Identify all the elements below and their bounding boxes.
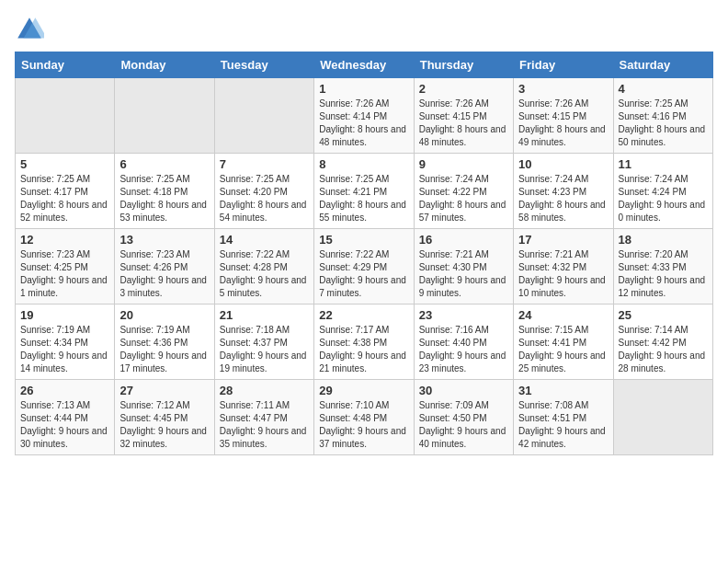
day-info: Sunrise: 7:25 AM Sunset: 4:18 PM Dayligh… xyxy=(119,173,209,224)
day-info: Sunrise: 7:21 AM Sunset: 4:32 PM Dayligh… xyxy=(518,248,608,300)
day-number: 7 xyxy=(220,157,309,171)
calendar-day-cell: 13Sunrise: 7:23 AM Sunset: 4:26 PM Dayli… xyxy=(115,229,214,304)
weekday-header: Sunday xyxy=(16,52,115,78)
day-info: Sunrise: 7:23 AM Sunset: 4:26 PM Dayligh… xyxy=(119,248,209,300)
calendar-day-cell: 12Sunrise: 7:23 AM Sunset: 4:25 PM Dayli… xyxy=(16,229,115,304)
logo-icon xyxy=(15,15,44,44)
day-number: 17 xyxy=(518,233,608,247)
day-info: Sunrise: 7:15 AM Sunset: 4:41 PM Dayligh… xyxy=(518,324,608,375)
weekday-header: Monday xyxy=(115,52,214,78)
calendar-table: SundayMondayTuesdayWednesdayThursdayFrid… xyxy=(15,52,713,455)
day-number: 30 xyxy=(419,384,508,397)
calendar-day-cell xyxy=(613,380,712,455)
calendar-day-cell: 5Sunrise: 7:25 AM Sunset: 4:17 PM Daylig… xyxy=(16,154,115,229)
day-info: Sunrise: 7:12 AM Sunset: 4:45 PM Dayligh… xyxy=(119,399,209,451)
weekday-header: Wednesday xyxy=(314,52,414,78)
calendar-day-cell: 31Sunrise: 7:08 AM Sunset: 4:51 PM Dayli… xyxy=(514,380,613,455)
day-info: Sunrise: 7:13 AM Sunset: 4:44 PM Dayligh… xyxy=(20,399,109,451)
calendar-day-cell: 11Sunrise: 7:24 AM Sunset: 4:24 PM Dayli… xyxy=(613,154,712,229)
day-info: Sunrise: 7:21 AM Sunset: 4:30 PM Dayligh… xyxy=(419,248,508,300)
calendar-day-cell: 24Sunrise: 7:15 AM Sunset: 4:41 PM Dayli… xyxy=(514,304,613,380)
day-number: 23 xyxy=(419,308,508,322)
calendar-day-cell: 14Sunrise: 7:22 AM Sunset: 4:28 PM Dayli… xyxy=(214,229,313,304)
calendar-day-cell: 1Sunrise: 7:26 AM Sunset: 4:14 PM Daylig… xyxy=(314,78,414,154)
day-number: 4 xyxy=(619,82,708,96)
day-number: 31 xyxy=(518,384,608,397)
day-number: 2 xyxy=(419,82,508,96)
day-info: Sunrise: 7:24 AM Sunset: 4:24 PM Dayligh… xyxy=(619,173,708,224)
day-info: Sunrise: 7:14 AM Sunset: 4:42 PM Dayligh… xyxy=(619,324,708,375)
day-number: 5 xyxy=(20,157,109,171)
calendar-day-cell: 9Sunrise: 7:24 AM Sunset: 4:22 PM Daylig… xyxy=(414,154,513,229)
day-number: 26 xyxy=(20,384,109,397)
day-number: 6 xyxy=(119,157,209,171)
day-info: Sunrise: 7:22 AM Sunset: 4:29 PM Dayligh… xyxy=(319,248,408,300)
calendar-day-cell: 18Sunrise: 7:20 AM Sunset: 4:33 PM Dayli… xyxy=(613,229,712,304)
day-number: 12 xyxy=(20,233,109,247)
calendar-day-cell: 23Sunrise: 7:16 AM Sunset: 4:40 PM Dayli… xyxy=(414,304,513,380)
day-info: Sunrise: 7:24 AM Sunset: 4:23 PM Dayligh… xyxy=(518,173,608,224)
day-number: 25 xyxy=(619,308,708,322)
calendar-week-row: 12Sunrise: 7:23 AM Sunset: 4:25 PM Dayli… xyxy=(16,229,713,304)
day-number: 24 xyxy=(518,308,608,322)
day-number: 14 xyxy=(220,233,309,247)
day-info: Sunrise: 7:19 AM Sunset: 4:36 PM Dayligh… xyxy=(119,324,209,375)
calendar-week-row: 5Sunrise: 7:25 AM Sunset: 4:17 PM Daylig… xyxy=(16,154,713,229)
day-number: 29 xyxy=(319,384,408,397)
calendar-day-cell: 21Sunrise: 7:18 AM Sunset: 4:37 PM Dayli… xyxy=(214,304,313,380)
day-info: Sunrise: 7:17 AM Sunset: 4:38 PM Dayligh… xyxy=(319,324,408,375)
day-number: 8 xyxy=(319,157,408,171)
calendar-day-cell: 2Sunrise: 7:26 AM Sunset: 4:15 PM Daylig… xyxy=(414,78,513,154)
day-info: Sunrise: 7:19 AM Sunset: 4:34 PM Dayligh… xyxy=(20,324,109,375)
day-number: 18 xyxy=(619,233,708,247)
calendar-day-cell: 3Sunrise: 7:26 AM Sunset: 4:15 PM Daylig… xyxy=(514,78,613,154)
day-info: Sunrise: 7:25 AM Sunset: 4:16 PM Dayligh… xyxy=(619,98,708,149)
day-info: Sunrise: 7:22 AM Sunset: 4:28 PM Dayligh… xyxy=(220,248,309,300)
day-number: 22 xyxy=(319,308,408,322)
page-header xyxy=(15,15,713,44)
day-number: 21 xyxy=(220,308,309,322)
day-number: 11 xyxy=(619,157,708,171)
day-number: 27 xyxy=(119,384,209,397)
day-number: 28 xyxy=(220,384,309,397)
day-info: Sunrise: 7:26 AM Sunset: 4:15 PM Dayligh… xyxy=(419,98,508,149)
day-number: 16 xyxy=(419,233,508,247)
calendar-day-cell: 16Sunrise: 7:21 AM Sunset: 4:30 PM Dayli… xyxy=(414,229,513,304)
calendar-day-cell: 27Sunrise: 7:12 AM Sunset: 4:45 PM Dayli… xyxy=(115,380,214,455)
calendar-day-cell: 4Sunrise: 7:25 AM Sunset: 4:16 PM Daylig… xyxy=(613,78,712,154)
day-number: 3 xyxy=(518,82,608,96)
weekday-header: Friday xyxy=(514,52,613,78)
calendar-day-cell xyxy=(16,78,115,154)
day-info: Sunrise: 7:24 AM Sunset: 4:22 PM Dayligh… xyxy=(419,173,508,224)
day-number: 1 xyxy=(319,82,408,96)
day-info: Sunrise: 7:10 AM Sunset: 4:48 PM Dayligh… xyxy=(319,399,408,451)
day-info: Sunrise: 7:25 AM Sunset: 4:21 PM Dayligh… xyxy=(319,173,408,224)
day-info: Sunrise: 7:26 AM Sunset: 4:14 PM Dayligh… xyxy=(319,98,408,149)
calendar-day-cell: 7Sunrise: 7:25 AM Sunset: 4:20 PM Daylig… xyxy=(214,154,313,229)
calendar-week-row: 26Sunrise: 7:13 AM Sunset: 4:44 PM Dayli… xyxy=(16,380,713,455)
calendar-week-row: 19Sunrise: 7:19 AM Sunset: 4:34 PM Dayli… xyxy=(16,304,713,380)
logo xyxy=(15,15,48,44)
calendar-day-cell: 17Sunrise: 7:21 AM Sunset: 4:32 PM Dayli… xyxy=(514,229,613,304)
calendar-day-cell: 22Sunrise: 7:17 AM Sunset: 4:38 PM Dayli… xyxy=(314,304,414,380)
calendar-day-cell: 28Sunrise: 7:11 AM Sunset: 4:47 PM Dayli… xyxy=(214,380,313,455)
day-number: 19 xyxy=(20,308,109,322)
weekday-header: Saturday xyxy=(613,52,712,78)
calendar-header-row: SundayMondayTuesdayWednesdayThursdayFrid… xyxy=(16,52,713,78)
day-info: Sunrise: 7:26 AM Sunset: 4:15 PM Dayligh… xyxy=(518,98,608,149)
weekday-header: Tuesday xyxy=(214,52,313,78)
day-info: Sunrise: 7:25 AM Sunset: 4:20 PM Dayligh… xyxy=(220,173,309,224)
day-info: Sunrise: 7:25 AM Sunset: 4:17 PM Dayligh… xyxy=(20,173,109,224)
day-info: Sunrise: 7:23 AM Sunset: 4:25 PM Dayligh… xyxy=(20,248,109,300)
calendar-day-cell: 26Sunrise: 7:13 AM Sunset: 4:44 PM Dayli… xyxy=(16,380,115,455)
day-number: 9 xyxy=(419,157,508,171)
calendar-day-cell: 8Sunrise: 7:25 AM Sunset: 4:21 PM Daylig… xyxy=(314,154,414,229)
day-info: Sunrise: 7:18 AM Sunset: 4:37 PM Dayligh… xyxy=(220,324,309,375)
day-number: 20 xyxy=(119,308,209,322)
day-number: 10 xyxy=(518,157,608,171)
calendar-day-cell: 29Sunrise: 7:10 AM Sunset: 4:48 PM Dayli… xyxy=(314,380,414,455)
calendar-day-cell xyxy=(214,78,313,154)
calendar-day-cell: 6Sunrise: 7:25 AM Sunset: 4:18 PM Daylig… xyxy=(115,154,214,229)
calendar-day-cell: 30Sunrise: 7:09 AM Sunset: 4:50 PM Dayli… xyxy=(414,380,513,455)
day-number: 15 xyxy=(319,233,408,247)
